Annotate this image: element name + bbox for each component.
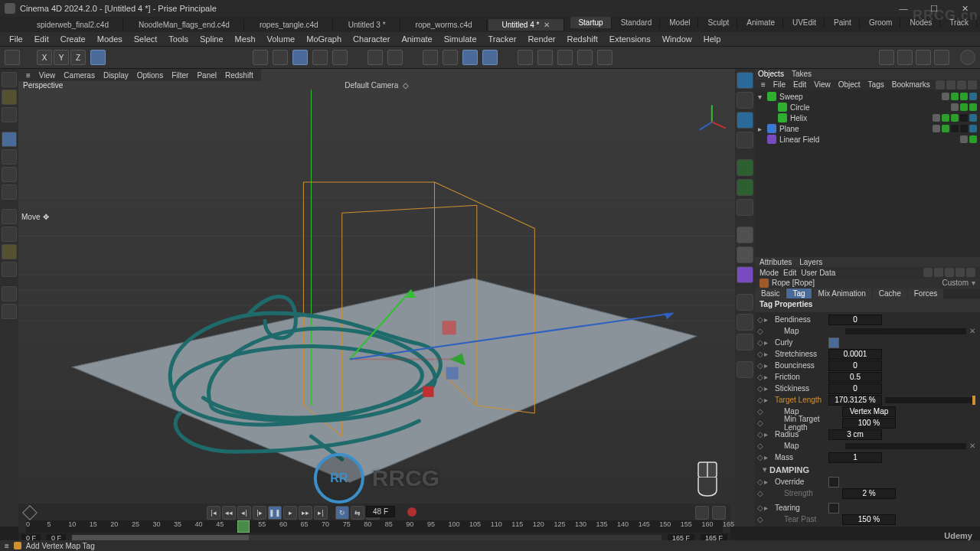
cube-icon[interactable]	[737, 72, 753, 89]
paint-icon[interactable]	[737, 361, 753, 378]
file-tab[interactable]: spiderweb_final2.c4d	[23, 19, 123, 31]
layout-tab[interactable]: Model	[662, 17, 698, 28]
object-row[interactable]: Circle	[758, 102, 977, 112]
menu-item[interactable]: Select	[129, 34, 162, 44]
attr-subtab[interactable]: Tag	[786, 289, 811, 298]
snap-b[interactable]	[443, 50, 458, 65]
gear-icon[interactable]	[737, 199, 753, 216]
attr-subtab[interactable]: Mix Animation	[812, 289, 872, 298]
attr-subtab[interactable]: Cache	[873, 289, 907, 298]
objects-menu-item[interactable]: Bookmarks	[889, 80, 933, 89]
menu-item[interactable]: Tools	[164, 34, 193, 44]
prev-key-button[interactable]: ◂◂	[222, 506, 236, 520]
object-row[interactable]: Helix	[758, 112, 977, 123]
model-mode[interactable]	[2, 132, 17, 147]
misc-c[interactable]	[557, 50, 573, 65]
tl-opt-a[interactable]	[695, 506, 709, 520]
objects-menu-item[interactable]: Tags	[865, 80, 887, 89]
play-button[interactable]: ▸	[283, 506, 297, 520]
brush-c[interactable]	[2, 244, 17, 259]
axis-z-button[interactable]: Z	[70, 50, 86, 65]
render-d[interactable]	[934, 50, 949, 65]
clear-icon[interactable]: ✕	[969, 442, 978, 450]
objects-panel-menu[interactable]: ≡FileEditViewObjectTagsBookmarks	[755, 80, 980, 90]
knife-tool[interactable]	[2, 304, 17, 319]
go-start-button[interactable]: |◂	[207, 506, 220, 520]
tool-f[interactable]	[368, 50, 383, 65]
nav-up-icon[interactable]	[945, 268, 954, 277]
objects-menu-item[interactable]: ≡	[758, 80, 769, 89]
property-value[interactable]: 100 %	[842, 418, 896, 429]
property-checkbox[interactable]	[828, 503, 839, 514]
layout-tab[interactable]: Standard	[613, 17, 661, 28]
menu-item[interactable]: Modes	[93, 34, 127, 44]
file-tab[interactable]: Untitled 4 *✕	[488, 19, 565, 31]
property-value[interactable]: 150 %	[842, 514, 896, 525]
object-row[interactable]: ▾Sweep	[758, 91, 977, 102]
go-end-button[interactable]: ▸|	[314, 506, 328, 520]
objects-toolbar-icon[interactable]	[936, 80, 945, 90]
tab-attributes[interactable]: Attributes	[760, 258, 792, 266]
keyframe-icon[interactable]	[22, 505, 38, 520]
move-tool[interactable]	[2, 107, 17, 122]
objects-menu-item[interactable]: File	[770, 80, 789, 89]
timeline-cursor[interactable]	[237, 520, 250, 533]
generator-b-icon[interactable]	[737, 179, 753, 196]
tab-layers[interactable]: Layers	[799, 258, 822, 266]
layout-tab[interactable]: Groom	[861, 17, 901, 28]
generator-a-icon[interactable]	[737, 159, 753, 176]
property-value[interactable]: 0.0001	[828, 349, 882, 360]
axis-y-button[interactable]: Y	[54, 50, 69, 65]
text-icon[interactable]	[737, 132, 753, 148]
menu-item[interactable]: Volume	[263, 34, 300, 44]
current-frame[interactable]: 48 F	[366, 506, 395, 517]
misc-a[interactable]	[518, 50, 533, 65]
property-value[interactable]: Vertex Map	[842, 406, 896, 417]
menu-item[interactable]: MoGraph	[302, 34, 346, 44]
attr-panel-menu[interactable]: Mode Edit User Data	[755, 267, 980, 278]
objects-toolbar-icon[interactable]	[957, 80, 966, 90]
layout-tab[interactable]: Animate	[739, 17, 783, 28]
brush-b[interactable]	[2, 227, 17, 242]
snap-a[interactable]	[423, 50, 438, 65]
misc-d[interactable]	[577, 50, 593, 65]
tab-takes[interactable]: Takes	[792, 70, 812, 78]
axis-lock-button[interactable]	[90, 50, 106, 65]
menu-item[interactable]: Extensions	[605, 34, 655, 44]
live-select-tool[interactable]	[2, 90, 17, 105]
nav-fwd-icon[interactable]	[934, 268, 943, 277]
menu-item[interactable]: Render	[523, 34, 560, 44]
material-icon[interactable]	[737, 334, 753, 350]
timeline[interactable]: |◂ ◂◂ ◂| |▸ ❚❚ ▸ ▸▸ ▸| ↻ ⇆ 🔊 48 F 051015…	[18, 504, 730, 533]
tool-d[interactable]	[312, 50, 328, 65]
tab-objects[interactable]: Objects	[758, 70, 784, 78]
clear-icon[interactable]: ✕	[969, 327, 978, 335]
nav-back-icon[interactable]	[923, 268, 933, 277]
attr-subtabs[interactable]: BasicTagMix AnimationCacheForces	[755, 289, 980, 299]
pen-tool[interactable]	[2, 286, 17, 302]
misc-b[interactable]	[537, 50, 553, 65]
axis-x-button[interactable]: X	[37, 50, 52, 65]
nav-cube[interactable]	[691, 459, 724, 499]
layout-tab[interactable]: Paint	[826, 17, 860, 28]
property-checkbox[interactable]	[828, 477, 839, 487]
file-tab[interactable]: NoodleMan_flags_end.c4d	[125, 19, 244, 31]
file-tab[interactable]: Untitled 3 *	[335, 19, 400, 31]
menu-item[interactable]: Spline	[195, 34, 228, 44]
layout-tab[interactable]: Sculpt	[700, 17, 737, 28]
render-c[interactable]	[916, 50, 931, 65]
brush-d[interactable]	[2, 262, 17, 277]
property-value[interactable]: 0	[828, 315, 882, 325]
render-a[interactable]	[879, 50, 894, 65]
tool-b[interactable]	[273, 50, 288, 65]
object-row[interactable]: ▸Plane	[758, 123, 977, 134]
poly-mode[interactable]	[2, 167, 17, 182]
attr-subtab[interactable]: Forces	[908, 289, 944, 298]
menu-item[interactable]: Redshift	[562, 34, 602, 44]
objects-toolbar-icon[interactable]	[968, 80, 977, 90]
viewport[interactable]: ≡ViewCamerasDisplayOptionsFilterPanelRed…	[18, 69, 735, 527]
menu-item[interactable]: Simulate	[439, 34, 482, 44]
deformer-a-icon[interactable]	[737, 227, 753, 243]
undo-button[interactable]	[5, 50, 20, 65]
timeline-ruler[interactable]: 0510152025303540455055606570758085909510…	[26, 520, 723, 533]
